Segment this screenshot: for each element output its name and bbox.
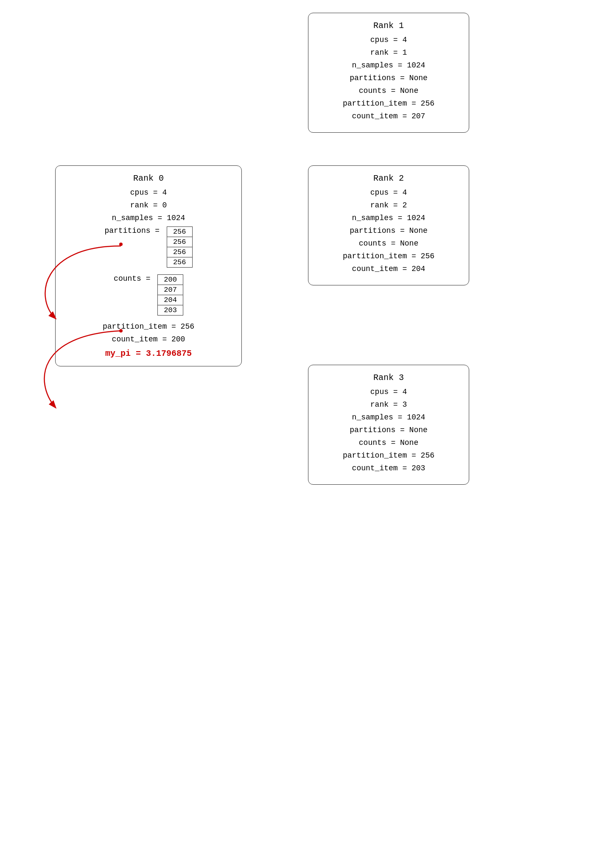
rank0-counts-array: 200 207 204 203 — [157, 274, 183, 316]
rank1-partition-item: partition_item = 256 — [320, 99, 457, 108]
rank1-box: Rank 1 cpus = 4 rank = 1 n_samples = 102… — [308, 13, 469, 133]
rank1-rank: rank = 1 — [320, 48, 457, 57]
rank2-partition-item: partition_item = 256 — [320, 252, 457, 260]
rank3-partitions: partitions = None — [320, 426, 457, 434]
rank0-partitions-array: 256 256 256 256 — [167, 226, 193, 268]
rank0-my-pi: my_pi = 3.1796875 — [67, 349, 230, 358]
rank0-partition-item: partition_item = 256 — [67, 322, 230, 331]
rank0-box: Rank 0 cpus = 4 rank = 0 n_samples = 102… — [55, 165, 242, 366]
rank0-cpus: cpus = 4 — [67, 188, 230, 197]
count-val-0: 200 — [158, 275, 183, 285]
rank0-count-item: count_item = 200 — [67, 335, 230, 344]
rank3-cpus: cpus = 4 — [320, 388, 457, 396]
partition-val-3: 256 — [167, 257, 192, 268]
rank2-box: Rank 2 cpus = 4 rank = 2 n_samples = 102… — [308, 165, 469, 285]
rank2-rank: rank = 2 — [320, 201, 457, 210]
rank2-title: Rank 2 — [320, 173, 457, 183]
rank1-title: Rank 1 — [320, 21, 457, 31]
rank3-nsamples: n_samples = 1024 — [320, 413, 457, 422]
count-val-2: 204 — [158, 295, 183, 305]
rank0-partitions-label: partitions = — [104, 226, 164, 235]
partition-val-2: 256 — [167, 247, 192, 257]
rank0-nsamples: n_samples = 1024 — [67, 214, 230, 222]
rank2-count-item: count_item = 204 — [320, 265, 457, 273]
rank0-rank: rank = 0 — [67, 201, 230, 210]
partition-val-0: 256 — [167, 227, 192, 237]
rank2-counts: counts = None — [320, 239, 457, 248]
rank1-partitions: partitions = None — [320, 74, 457, 82]
rank0-counts-field: counts = 200 207 204 203 — [67, 274, 230, 316]
rank0-partitions-field: partitions = 256 256 256 256 — [67, 226, 230, 268]
rank1-counts: counts = None — [320, 87, 457, 95]
rank0-counts-label: counts = — [114, 274, 155, 283]
rank3-partition-item: partition_item = 256 — [320, 451, 457, 460]
rank1-count-item: count_item = 207 — [320, 112, 457, 120]
rank3-count-item: count_item = 203 — [320, 464, 457, 472]
rank3-title: Rank 3 — [320, 373, 457, 383]
rank1-cpus: cpus = 4 — [320, 36, 457, 44]
partition-val-1: 256 — [167, 237, 192, 247]
rank0-title: Rank 0 — [67, 173, 230, 183]
rank2-nsamples: n_samples = 1024 — [320, 214, 457, 222]
count-val-3: 203 — [158, 305, 183, 316]
count-val-1: 207 — [158, 285, 183, 295]
rank2-partitions: partitions = None — [320, 226, 457, 235]
rank1-nsamples: n_samples = 1024 — [320, 61, 457, 70]
rank3-counts: counts = None — [320, 439, 457, 447]
rank3-box: Rank 3 cpus = 4 rank = 3 n_samples = 102… — [308, 365, 469, 485]
rank2-cpus: cpus = 4 — [320, 188, 457, 197]
rank3-rank: rank = 3 — [320, 400, 457, 409]
